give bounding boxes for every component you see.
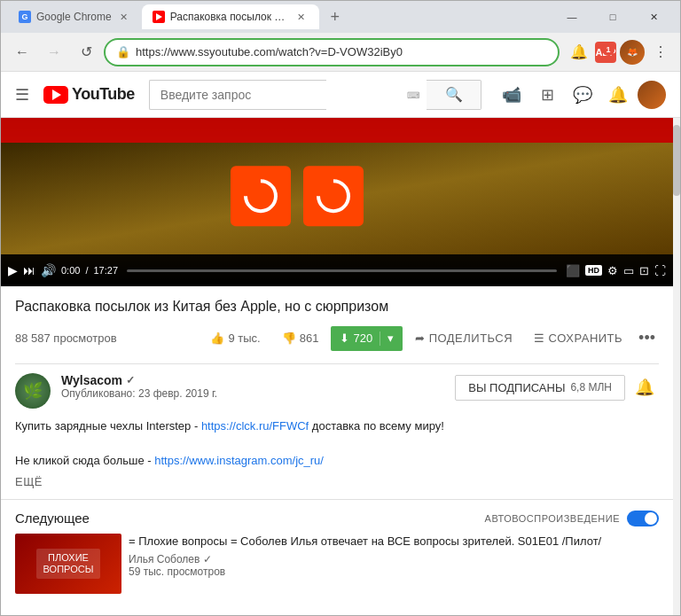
search-input-wrap: ⌨ [149, 80, 427, 110]
next-video-info: = Плохие вопросы = Соболев Илья отвечает… [129, 534, 659, 594]
reload-button[interactable]: ↺ [72, 38, 100, 66]
volume-button[interactable]: 🔊 [41, 263, 56, 277]
total-time: 17:27 [93, 265, 118, 276]
video-title: Распаковка посылок из Китая без Apple, н… [15, 297, 659, 316]
inactive-tab-close[interactable]: ✕ [117, 10, 131, 24]
channel-avatar[interactable]: 🌿 [15, 373, 51, 409]
current-time: 0:00 [61, 265, 80, 276]
hd-badge: HD [585, 265, 602, 276]
download-icon: ⬇ [340, 331, 349, 345]
subscribe-area: ВЫ ПОДПИСАНЫ 6,8 МЛН 🔔 [455, 373, 659, 402]
subtitles-icon[interactable]: ⬛ [566, 264, 580, 277]
save-button[interactable]: ☰ СОХРАНИТЬ [525, 326, 631, 350]
scrollbar-thumb [673, 125, 680, 196]
video-camera-icon[interactable]: 📹 [496, 79, 528, 111]
fullscreen-icon[interactable]: ⛶ [654, 264, 666, 277]
skip-button[interactable]: ⏭ [23, 263, 35, 277]
forward-button[interactable]: → [40, 38, 68, 66]
bell-nav-icon: 🔔 [570, 43, 588, 60]
link-clck[interactable]: https://clck.ru/FFWCf [201, 419, 309, 433]
search-icon: 🔍 [445, 86, 463, 103]
extensions-icon[interactable]: ABP 1 [595, 42, 616, 63]
settings-icon[interactable]: ⚙ [607, 264, 618, 277]
channel-bell-button[interactable]: 🔔 [630, 373, 659, 402]
video-controls[interactable]: ▶ ⏭ 🔊 0:00 / 17:27 ⬛ HD ⚙ ▭ [1, 254, 673, 286]
inactive-tab-label: Google Chrome [36, 11, 112, 23]
youtube-play-icon [52, 90, 61, 100]
theater-mode-icon[interactable]: ▭ [623, 264, 634, 277]
more-options-button[interactable]: ••• [635, 324, 659, 353]
share-icon: ➦ [415, 331, 426, 345]
nav-right-icons: 🔔 ABP 1 🦊 ⋮ [567, 40, 673, 65]
download-button[interactable]: ⬇ 720 ▾ [331, 326, 403, 351]
menu-icon[interactable]: ⋮ [648, 40, 673, 65]
next-video-title: = Плохие вопросы = Соболев Илья отвечает… [129, 534, 659, 550]
dislike-button[interactable]: 👎 861 [273, 326, 328, 350]
youtube-user-avatar[interactable] [638, 81, 666, 109]
channel-row: 🌿 Wylsacom ✓ Опубликовано: 23 февр. 2019… [15, 373, 659, 409]
next-video-item[interactable]: ПЛОХИЕВОПРОСЫ = Плохие вопросы = Соболев… [15, 534, 659, 601]
channel-verified-icon: ✓ [203, 553, 212, 565]
next-section: Следующее АВТОВОСПРОИЗВЕДЕНИЕ ПЛОХИЕВОПР… [1, 499, 673, 601]
page-scrollbar[interactable] [673, 118, 680, 615]
window-controls: — □ ✕ [552, 4, 673, 29]
next-video-views: 59 тыс. просмотров [129, 565, 659, 578]
play-button[interactable]: ▶ [8, 263, 18, 277]
url-text: https://www.ssyoutube.com/watch?v=D-VOW3… [136, 45, 547, 58]
page-inner: ▶ ⏭ 🔊 0:00 / 17:27 ⬛ HD ⚙ ▭ [1, 118, 673, 615]
keyboard-icon: ⌨ [407, 90, 419, 99]
next-video-thumbnail: ПЛОХИЕВОПРОСЫ [15, 534, 121, 594]
channel-name: Wylsacom ✓ [61, 373, 444, 387]
video-player[interactable]: ▶ ⏭ 🔊 0:00 / 17:27 ⬛ HD ⚙ ▭ [1, 118, 673, 286]
active-tab-close[interactable]: ✕ [294, 10, 309, 24]
youtube-logo-text: YouTube [72, 85, 135, 104]
divider [15, 363, 659, 364]
thumbs-up-icon: 👍 [210, 331, 224, 345]
miniplayer-icon[interactable]: ⊡ [639, 264, 649, 277]
youtube-logo-icon [43, 86, 68, 104]
address-bar[interactable]: 🔒 https://www.ssyoutube.com/watch?v=D-VO… [104, 38, 560, 66]
extension-badge: 1 [602, 43, 614, 56]
new-tab-button[interactable]: + [323, 4, 348, 29]
apps-grid-icon[interactable]: ⊞ [531, 79, 563, 111]
thumbs-down-icon: 👎 [282, 331, 296, 345]
autoplay-toggle[interactable] [627, 511, 659, 526]
youtube-header: ☰ YouTube ⌨ 🔍 📹 ⊞ 💬 🔔 [1, 72, 680, 118]
time-separator: / [85, 265, 88, 276]
video-right-controls: ⬛ HD ⚙ ▭ ⊡ ⛶ [566, 264, 666, 277]
view-count: 88 587 просмотров [15, 331, 191, 345]
share-button[interactable]: ➦ ПОДЕЛИТЬСЯ [406, 326, 521, 350]
messages-icon[interactable]: 💬 [567, 79, 599, 111]
save-icon: ☰ [534, 331, 545, 345]
next-section-header: Следующее АВТОВОСПРОИЗВЕДЕНИЕ [15, 511, 659, 526]
tab-active-youtube[interactable]: Распаковка посылок из Китая б... ✕ [142, 4, 319, 29]
youtube-menu-button[interactable]: ☰ [15, 85, 29, 105]
like-button[interactable]: 👍 9 тыс. [201, 326, 269, 350]
title-bar: G Google Chrome ✕ Распаковка посылок из … [1, 1, 680, 33]
profile-icon[interactable]: 🦊 [620, 40, 645, 65]
youtube-header-icons: 📹 ⊞ 💬 🔔 [496, 79, 666, 111]
youtube-favicon [153, 11, 165, 23]
search-input[interactable] [149, 80, 326, 110]
close-button[interactable]: ✕ [634, 4, 673, 29]
video-meta-row: 88 587 просмотров 👍 9 тыс. 👎 861 [15, 324, 659, 353]
youtube-logo[interactable]: YouTube [43, 85, 135, 104]
show-more-button[interactable]: ЕЩЁ [15, 475, 659, 488]
video-progress-bar[interactable] [127, 269, 557, 272]
youtube-bell-icon[interactable]: 🔔 [602, 79, 634, 111]
next-section-title: Следующее [15, 511, 485, 526]
verified-icon: ✓ [126, 374, 135, 386]
video-info-section: Распаковка посылок из Китая без Apple, н… [1, 286, 673, 499]
video-description: Купить зарядные чехлы Interstep - https:… [15, 417, 659, 470]
back-button[interactable]: ← [8, 38, 36, 66]
autoplay-label: АВТОВОСПРОИЗВЕДЕНИЕ [485, 513, 620, 524]
link-instagram[interactable]: https://www.instagram.com/jc_ru/ [154, 454, 324, 467]
chrome-favicon: G [19, 11, 31, 23]
subscribe-button[interactable]: ВЫ ПОДПИСАНЫ 6,8 МЛН [455, 375, 625, 401]
minimize-button[interactable]: — [552, 4, 591, 29]
notifications-nav-icon[interactable]: 🔔 [567, 40, 591, 65]
navigation-bar: ← → ↺ 🔒 https://www.ssyoutube.com/watch?… [1, 33, 680, 72]
maximize-button[interactable]: □ [593, 4, 632, 29]
tab-inactive-chrome[interactable]: G Google Chrome ✕ [8, 4, 142, 29]
search-button[interactable]: 🔍 [427, 80, 481, 110]
